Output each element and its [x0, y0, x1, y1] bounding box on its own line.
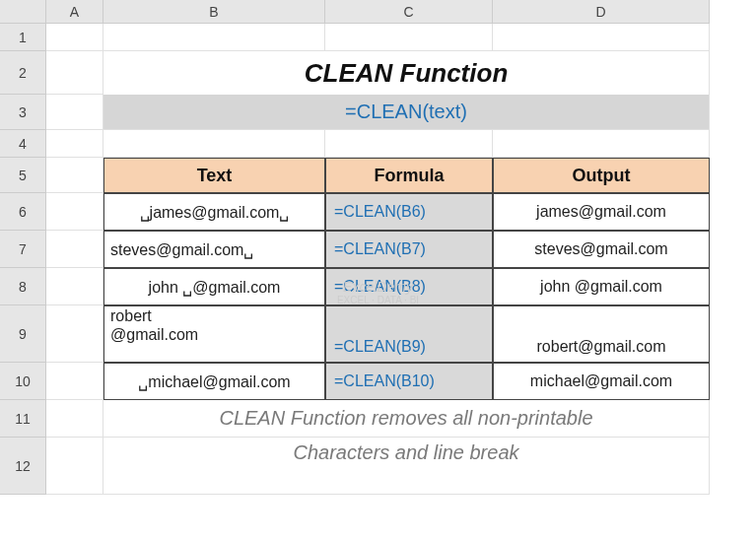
cell-b4[interactable]: [103, 130, 325, 158]
cell-a6[interactable]: [46, 193, 103, 231]
syntax-cell[interactable]: =CLEAN(text): [103, 95, 710, 130]
footnote-line1[interactable]: CLEAN Function removes all non-printable: [103, 400, 710, 438]
cell-d10[interactable]: michael@gmail.com: [493, 363, 710, 400]
cell-grid: CLEAN Function =CLEAN(text) Text Formula…: [46, 24, 710, 495]
cell-a4[interactable]: [46, 130, 103, 158]
cell-a5[interactable]: [46, 158, 103, 193]
cell-d4[interactable]: [493, 130, 710, 158]
cell-c9[interactable]: =CLEAN(B9): [325, 305, 493, 363]
row-header-11[interactable]: 11: [0, 400, 46, 438]
cell-b9[interactable]: robert @gmail.com: [103, 305, 325, 363]
cell-b8[interactable]: john ␣@gmail.com: [103, 268, 325, 305]
row-header-12[interactable]: 12: [0, 438, 46, 495]
cell-b9-line2: @gmail.com: [110, 325, 198, 344]
cell-b9-line1: robert: [110, 306, 152, 325]
col-header-c[interactable]: C: [325, 0, 493, 24]
row-header-8[interactable]: 8: [0, 268, 46, 305]
column-headers: A B C D: [46, 0, 710, 24]
cell-a7[interactable]: [46, 231, 103, 268]
cell-d7[interactable]: steves@gmail.com: [493, 231, 710, 268]
cell-b1[interactable]: [103, 24, 325, 51]
cell-b6[interactable]: ␣james@gmail.com␣: [103, 193, 325, 231]
row-header-7[interactable]: 7: [0, 231, 46, 268]
header-output[interactable]: Output: [493, 158, 710, 193]
row-header-4[interactable]: 4: [0, 130, 46, 158]
row-header-3[interactable]: 3: [0, 95, 46, 130]
cell-a12[interactable]: [46, 438, 103, 495]
col-header-b[interactable]: B: [103, 0, 325, 24]
header-formula[interactable]: Formula: [325, 158, 493, 193]
col-header-d[interactable]: D: [493, 0, 710, 24]
cell-d8[interactable]: john @gmail.com: [493, 268, 710, 305]
cell-c1[interactable]: [325, 24, 493, 51]
title-cell[interactable]: CLEAN Function: [103, 51, 710, 95]
row-header-2[interactable]: 2: [0, 51, 46, 95]
cell-d6[interactable]: james@gmail.com: [493, 193, 710, 231]
row-header-9[interactable]: 9: [0, 305, 46, 363]
cell-a3[interactable]: [46, 95, 103, 130]
cell-c7[interactable]: =CLEAN(B7): [325, 231, 493, 268]
cell-b10[interactable]: ␣michael@gmail.com: [103, 363, 325, 400]
cell-a10[interactable]: [46, 363, 103, 400]
footnote-line2[interactable]: Characters and line break: [103, 438, 710, 495]
cell-c6[interactable]: =CLEAN(B6): [325, 193, 493, 231]
cell-a11[interactable]: [46, 400, 103, 438]
cell-d1[interactable]: [493, 24, 710, 51]
cell-b7[interactable]: steves@gmail.com␣: [103, 231, 325, 268]
spreadsheet: A B C D 1 2 3 4 5 6 7 8 9 10 11 12 CLEAN…: [0, 0, 756, 540]
cell-d9[interactable]: robert@gmail.com: [493, 305, 710, 363]
select-all-corner[interactable]: [0, 0, 46, 24]
row-header-5[interactable]: 5: [0, 158, 46, 193]
cell-c8[interactable]: =CLEAN(B8): [325, 268, 493, 305]
cell-a1[interactable]: [46, 24, 103, 51]
cell-c10[interactable]: =CLEAN(B10): [325, 363, 493, 400]
cell-a2[interactable]: [46, 51, 103, 95]
row-header-10[interactable]: 10: [0, 363, 46, 400]
header-text[interactable]: Text: [103, 158, 325, 193]
cell-a9[interactable]: [46, 305, 103, 363]
row-header-6[interactable]: 6: [0, 193, 46, 231]
cell-a8[interactable]: [46, 268, 103, 305]
row-header-1[interactable]: 1: [0, 24, 46, 51]
col-header-a[interactable]: A: [46, 0, 103, 24]
cell-c4[interactable]: [325, 130, 493, 158]
row-headers: 1 2 3 4 5 6 7 8 9 10 11 12: [0, 24, 46, 495]
